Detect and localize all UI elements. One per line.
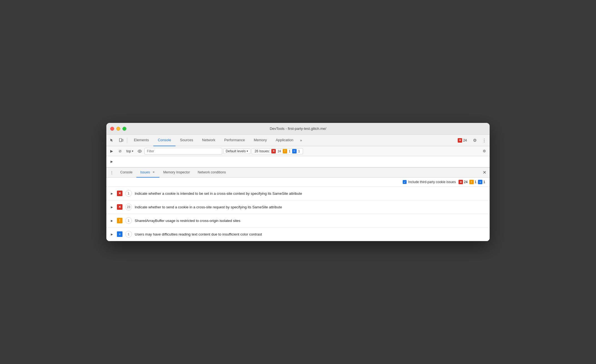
issue-row-3[interactable]: ▶ ! 1 SharedArrayBuffer usage is restric… [106,214,490,228]
console-empty-area: ▶ [106,156,490,167]
minimize-button[interactable] [116,127,120,131]
issue-text-2: Indicate whether to send a cookie in a c… [135,205,485,209]
maximize-button[interactable] [122,127,126,131]
issues-count-label: 26 Issues: [255,149,270,153]
svg-point-3 [139,150,140,152]
issues-filter-bar: ✓ Include third-party cookie issues ✕ 24… [106,178,490,187]
issue-type-icon-1: ✕ [117,191,122,196]
bottom-tabs-menu-icon[interactable]: ⋮ [108,169,115,176]
warning-badge-icon: ! [469,180,474,184]
issue-row-1[interactable]: ▶ ✕ 1 Indicate whether a cookie is inten… [106,187,490,200]
devtools-body: Elements Console Sources Network Perform… [106,135,490,241]
toolbar-right: ✕ 24 ⚙ ⋮ [455,136,488,144]
svg-rect-1 [122,139,123,141]
warning-badge-item: ! 1 [469,180,477,184]
tab-network[interactable]: Network [198,135,220,146]
issues-red-count: 24 [277,150,281,153]
svg-point-2 [120,141,121,141]
toolbar-divider [127,138,127,143]
issues-error-icon: ✕ [458,138,462,143]
more-tabs-button[interactable]: » [298,135,304,146]
tab-elements[interactable]: Elements [129,135,153,146]
warning-badge-count: 1 [475,180,477,184]
close-button[interactable] [110,127,114,131]
info-badge-count: 1 [483,180,485,184]
window-title: DevTools - first-party-test.glitch.me/ [270,127,326,131]
issue-count-1: 1 [125,190,132,197]
issues-count-display[interactable]: 26 Issues: ✕ 24 ! 1 ≡ 1 [252,148,303,154]
issue-count-2: 23 [125,204,132,210]
tab-console[interactable]: Console [153,135,176,146]
issues-info-count-icon: ≡ [292,149,297,153]
issues-tab-close-icon[interactable]: ✕ [152,170,156,174]
console-settings-icon[interactable]: ⚙ [481,148,488,155]
error-badge-item: ✕ 24 [459,180,467,184]
bottom-tabs-bar: ⋮ Console Issues ✕ Memory Inspector Netw… [106,168,490,178]
inspect-element-icon[interactable] [108,136,116,144]
issue-count-4: 1 [125,231,132,237]
issues-warning-count-icon: ! [283,149,287,153]
tab-network-conditions[interactable]: Network conditions [194,168,230,178]
issue-row-2[interactable]: ▶ ✕ 23 Indicate whether to send a cookie… [106,200,490,214]
issue-type-icon-4: ≡ [117,231,122,237]
device-toolbar-icon[interactable] [117,136,125,144]
issue-text-4: Users may have difficulties reading text… [135,232,485,236]
info-badge-item: ≡ 1 [478,180,485,184]
bottom-panel: ⋮ Console Issues ✕ Memory Inspector Netw… [106,167,490,241]
issue-text-3: SharedArrayBuffer usage is restricted to… [135,219,485,223]
include-third-party-label[interactable]: ✓ Include third-party cookie issues [403,180,456,184]
issues-badge-button[interactable]: ✕ 24 [455,137,469,143]
tab-application[interactable]: Application [271,135,298,146]
console-toolbar: ▶ ⊘ top ▾ Default levels ▾ 26 Issue [106,146,490,156]
title-bar: DevTools - first-party-test.glitch.me/ [106,123,490,135]
tab-memory-inspector[interactable]: Memory Inspector [159,168,194,178]
devtools-window: DevTools - first-party-test.glitch.me/ [106,123,490,241]
context-label: top [126,149,131,153]
level-arrow-icon: ▾ [247,150,248,153]
include-third-party-checkbox[interactable]: ✓ [403,180,407,184]
settings-icon[interactable]: ⚙ [471,136,479,144]
issues-summary-badges: ✕ 24 ! 1 ≡ 1 [459,180,485,184]
issue-text-1: Indicate whether a cookie is intended to… [135,191,485,196]
info-badge-icon: ≡ [478,180,482,184]
tab-issues[interactable]: Issues ✕ [136,168,159,178]
issue-count-3: 1 [125,217,132,224]
nav-tabs: Elements Console Sources Network Perform… [129,135,304,146]
bottom-panel-close-icon[interactable]: ✕ [481,169,488,176]
filter-input[interactable] [144,148,222,155]
expand-row-3-icon: ▶ [111,219,114,222]
tab-memory[interactable]: Memory [249,135,271,146]
issues-panel: ✓ Include third-party cookie issues ✕ 24… [106,178,490,241]
tab-performance[interactable]: Performance [220,135,249,146]
expand-row-1-icon: ▶ [111,192,114,195]
expand-icon[interactable]: ▶ [109,159,114,164]
expand-row-2-icon: ▶ [111,206,114,209]
more-options-icon[interactable]: ⋮ [480,136,488,144]
expand-row-4-icon: ▶ [111,233,114,236]
error-badge-count: 24 [464,180,467,184]
issues-count: 24 [463,138,467,142]
issue-type-icon-2: ✕ [117,204,122,210]
tab-sources[interactable]: Sources [176,135,198,146]
tab-console-bottom[interactable]: Console [116,168,136,178]
log-level-selector[interactable]: Default levels ▾ [223,148,251,154]
error-badge-icon: ✕ [459,180,463,184]
context-selector[interactable]: top ▾ [125,149,135,154]
issues-blue-count: 1 [298,150,300,153]
issues-error-count-icon: ✕ [271,149,276,153]
clear-console-icon[interactable]: ⊘ [116,148,124,155]
top-toolbar: Elements Console Sources Network Perform… [106,135,490,146]
run-script-icon[interactable]: ▶ [108,148,115,155]
traffic-lights [110,127,126,131]
issue-type-icon-3: ! [117,218,122,223]
issue-row-4[interactable]: ▶ ≡ 1 Users may have difficulties readin… [106,228,490,241]
eye-icon[interactable] [136,148,143,155]
context-arrow-icon: ▾ [132,150,133,153]
issues-yellow-count: 1 [289,150,291,153]
